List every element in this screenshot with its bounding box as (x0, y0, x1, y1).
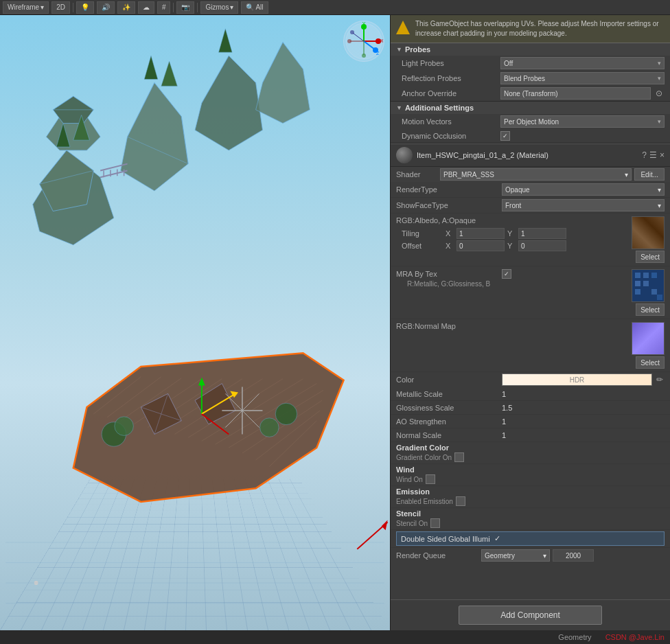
edit-shader-btn[interactable]: Edit... (634, 168, 665, 181)
light-probes-value: Off (504, 60, 513, 67)
emission-checkbox[interactable] (456, 496, 465, 506)
tiling-x-input[interactable] (457, 228, 505, 239)
offset-y-input[interactable] (518, 240, 566, 251)
svg-point-57 (275, 403, 297, 425)
material-help-btn[interactable]: ? (642, 150, 647, 160)
camera-btn[interactable]: 📷 (176, 1, 194, 14)
emission-content: Emission Enabled Emisstion (396, 487, 665, 506)
additional-settings-section: ▼ Additional Settings Motion Vectors Per… (391, 102, 670, 143)
albedo-select-btn[interactable]: Select (636, 251, 665, 263)
toolbar: Wireframe ▾ 2D 💡 🔊 ✨ ☁ # 📷 Gizmos ▾ 🔍 Al… (0, 0, 670, 15)
shader-dropdown[interactable]: PBR_MRA_SSS ▾ (440, 168, 632, 181)
additional-settings-header[interactable]: ▼ Additional Settings (391, 102, 670, 114)
rgb-albedo-label: RGB:Albedo, A:Opaque (396, 216, 499, 225)
normal-label: Normal Scale (396, 431, 499, 439)
eyedropper-btn[interactable]: ✏ (655, 375, 665, 384)
light-probes-dropdown[interactable]: Off ▾ (500, 57, 665, 69)
show-face-type-dropdown[interactable]: Front ▾ (502, 199, 665, 211)
svg-marker-12 (121, 82, 188, 191)
gizmo-svg: Y X Z (345, 22, 383, 60)
normal-texture-thumb[interactable] (632, 322, 665, 355)
reflection-probes-label: Reflection Probes (402, 74, 498, 82)
stencil-content: Stencil Stencil On (396, 509, 665, 528)
audio-icon-btn[interactable]: 🔊 (97, 1, 115, 14)
svg-rect-91 (635, 281, 640, 286)
gizmos-btn[interactable]: Gizmos ▾ (200, 1, 238, 14)
rgb-albedo-content: RGB:Albedo, A:Opaque Tiling X Y Offset X… (396, 216, 629, 252)
render-queue-dropdown[interactable]: Geometry ▾ (481, 549, 550, 562)
stencil-checkbox[interactable] (430, 518, 440, 528)
reflection-probes-dropdown[interactable]: Blend Probes ▾ (500, 72, 665, 84)
color-field[interactable]: HDR (502, 373, 652, 386)
double-sided-label: Double Sided Global Illumi (401, 535, 490, 543)
wind-checkbox[interactable] (426, 474, 435, 484)
viewport[interactable]: Y X Z (0, 15, 390, 630)
light-probes-row: Light Probes Off ▾ (391, 56, 670, 71)
add-component-btn[interactable]: Add Component (459, 606, 602, 625)
svg-marker-65 (382, 520, 388, 531)
csdn-label: CSDN @Jave.Lin (605, 633, 665, 641)
color-row: Color HDR ✏ (391, 372, 670, 387)
status-bar: Geometry CSDN @Jave.Lin (0, 630, 670, 644)
chevron-down-icon-5: ▾ (658, 118, 661, 125)
svg-point-56 (115, 417, 134, 436)
mra-select-btn[interactable]: Select (636, 303, 665, 316)
material-icons: ? ☰ × (642, 150, 665, 160)
tiling-y-input[interactable] (518, 228, 566, 239)
render-queue-value: Geometry (485, 552, 515, 560)
all-btn[interactable]: 🔍 All (241, 1, 268, 14)
anchor-override-label: Anchor Override (402, 89, 498, 97)
material-close-btn[interactable]: × (660, 150, 665, 160)
light-icon-btn[interactable]: 💡 (76, 1, 94, 14)
geometry-label: Geometry (558, 633, 591, 641)
target-icon-btn[interactable]: ⊙ (654, 88, 665, 99)
probes-header[interactable]: ▼ Probes (391, 43, 670, 56)
mra-texture-thumb[interactable] (632, 269, 665, 302)
motion-vectors-label: Motion Vectors (402, 117, 498, 126)
svg-point-82 (347, 39, 351, 43)
chevron-down-icon: ▾ (41, 3, 44, 11)
chevron-down-icon-6: ▾ (625, 171, 628, 179)
double-sided-box[interactable]: Double Sided Global Illumi ✓ (396, 531, 665, 546)
svg-marker-22 (218, 29, 232, 52)
sky-icon-btn[interactable]: ☁ (138, 1, 154, 14)
2d-btn[interactable]: 2D (51, 1, 70, 14)
additional-settings-content: Motion Vectors Per Object Motion ▾ Dynam… (391, 114, 670, 143)
svg-text:Z: Z (376, 51, 380, 56)
motion-vectors-dropdown[interactable]: Per Object Motion ▾ (500, 115, 665, 128)
double-sided-check-icon: ✓ (494, 534, 500, 543)
main-area: Y X Z (0, 15, 670, 630)
glossiness-row: Glossiness Scale 1.5 (391, 401, 670, 415)
offset-label: Offset (402, 242, 443, 250)
grid-icon-btn[interactable]: # (157, 1, 171, 14)
gizmo-widget[interactable]: Y X Z (343, 21, 384, 62)
motion-vectors-row: Motion Vectors Per Object Motion ▾ (391, 114, 670, 129)
warning-banner: This GameObject has overlapping UVs. Ple… (391, 15, 670, 43)
shader-row: Shader PBR_MRA_SSS ▾ Edit... (391, 167, 670, 182)
mra-texture-group: Select (632, 269, 665, 316)
mra-checkbox[interactable] (502, 269, 511, 279)
offset-x-input[interactable] (457, 240, 505, 251)
wireframe-btn[interactable]: Wireframe ▾ (3, 1, 49, 14)
svg-rect-90 (651, 273, 657, 278)
svg-marker-17 (144, 56, 158, 79)
effects-icon-btn[interactable]: ✨ (117, 1, 135, 14)
render-type-dropdown[interactable]: Opaque ▾ (502, 183, 665, 196)
material-settings-btn[interactable]: ☰ (649, 150, 657, 160)
mra-label: MRA By Tex (396, 270, 499, 278)
render-queue-row: Render Queue Geometry ▾ 2000 (391, 547, 670, 563)
render-type-row: RenderType Opaque ▾ (391, 182, 670, 198)
toolbar-divider-3 (197, 3, 198, 12)
normal-select-btn[interactable]: Select (636, 356, 665, 369)
svg-line-27 (100, 170, 127, 177)
material-sphere-icon (396, 147, 413, 163)
albedo-texture-thumb[interactable] (632, 216, 665, 249)
reflection-probes-row: Reflection Probes Blend Probes ▾ (391, 71, 670, 86)
ao-label: AO Strengthen (396, 417, 499, 426)
mra-sub-label: R:Metallic, G:Glossiness, B (396, 280, 629, 288)
tiling-y-label: Y (507, 229, 516, 238)
anchor-override-dropdown[interactable]: None (Transform) (500, 87, 651, 100)
render-queue-number: 2000 (553, 549, 594, 562)
gradient-checkbox[interactable] (454, 452, 464, 462)
dynamic-occlusion-checkbox[interactable] (500, 131, 510, 141)
